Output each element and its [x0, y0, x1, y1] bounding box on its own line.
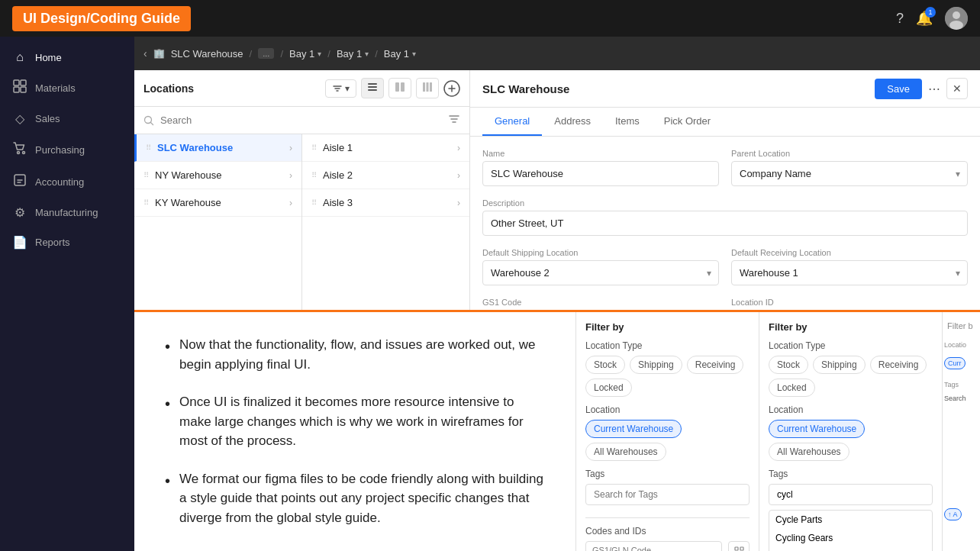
edge-chip-curr[interactable]: Curr	[944, 357, 965, 369]
sidebar-item-reports[interactable]: 📄 Reports	[0, 227, 134, 257]
loc-name-aisle3: Aisle 3	[323, 197, 353, 208]
compact-view-button[interactable]	[388, 78, 411, 98]
breadcrumb-bay1-3[interactable]: Bay 1 ▾	[384, 48, 416, 60]
search-bar	[134, 107, 469, 134]
detail-header: SLC Warehouse Save ⋯ ✕	[470, 70, 980, 108]
chip-all-warehouses-2[interactable]: All Warehouses	[769, 443, 849, 461]
receiving-select[interactable]: Warehouse 1	[731, 260, 968, 285]
bullet-text-3: We format our figma files to be code fri…	[179, 469, 545, 528]
sidebar-label-materials: Materials	[35, 82, 76, 94]
code-row-1	[585, 541, 750, 552]
parent-select[interactable]: Company Name	[731, 161, 968, 186]
sidebar-label-sales: Sales	[35, 113, 60, 124]
loc-item-aisle2[interactable]: ⠿ Aisle 2 ›	[302, 162, 469, 189]
loc-chevron: ›	[457, 143, 460, 153]
filter-panel-1-title: Filter by	[585, 321, 750, 333]
chip-current-warehouse-1[interactable]: Current Warehouse	[585, 420, 682, 438]
tab-items[interactable]: Items	[603, 108, 652, 136]
drag-handle[interactable]: ⠿	[311, 143, 317, 152]
tab-general[interactable]: General	[482, 108, 542, 136]
gs1-input-1[interactable]	[585, 541, 722, 552]
breadcrumb-slc-warehouse[interactable]: SLC Warehouse	[171, 48, 243, 60]
tag-cycling-gears[interactable]: Cycling Gears	[769, 529, 932, 547]
edge-dir-asc[interactable]: ↑ A	[944, 508, 962, 520]
loc-item-ny[interactable]: ⠿ NY Warehouse ›	[134, 162, 301, 189]
grid-view-button[interactable]	[416, 78, 439, 98]
chip-stock-1[interactable]: Stock	[585, 356, 625, 374]
filter-icon[interactable]	[448, 113, 460, 127]
chip-current-warehouse-2[interactable]: Current Warehouse	[769, 420, 865, 438]
more-options-button[interactable]: ⋯	[928, 82, 940, 96]
tags-search-1[interactable]	[585, 484, 750, 505]
name-input[interactable]	[482, 161, 719, 186]
sidebar: ⌂ Home Materials ◇ Sales Purchasing	[0, 37, 134, 551]
scan-gs1-button-1[interactable]	[728, 541, 750, 552]
materials-icon	[12, 79, 27, 96]
tags-search-2[interactable]	[769, 484, 933, 505]
app-logo: UI Design/Coding Guide	[12, 6, 191, 31]
parent-label: Parent Location	[731, 149, 968, 158]
loc-item-ky[interactable]: ⠿ KY Warehouse ›	[134, 189, 301, 217]
filter-tags-label-1: Tags	[585, 469, 750, 479]
chip-all-warehouses-1[interactable]: All Warehouses	[585, 443, 666, 461]
save-button[interactable]: Save	[875, 79, 922, 99]
chip-receiving-1[interactable]: Receiving	[687, 356, 744, 374]
sidebar-item-manufacturing[interactable]: ⚙ Manufacturing	[0, 198, 134, 227]
notification-icon[interactable]: 🔔 1	[916, 10, 933, 27]
divider-1	[585, 517, 750, 518]
location-column-2: ⠿ Aisle 1 › ⠿ Aisle 2 ›	[302, 134, 469, 310]
loc-item-slc[interactable]: ⠿ SLC Warehouse ›	[134, 134, 301, 162]
loc-item-aisle1[interactable]: ⠿ Aisle 1 ›	[302, 134, 469, 162]
chip-stock-2[interactable]: Stock	[769, 356, 808, 374]
list-view-button[interactable]	[361, 78, 384, 98]
chip-receiving-2[interactable]: Receiving	[870, 356, 927, 374]
chip-shipping-1[interactable]: Shipping	[630, 356, 682, 374]
home-icon: ⌂	[12, 50, 27, 64]
close-button[interactable]: ✕	[946, 78, 968, 99]
tag-cycle-parts[interactable]: Cycle Parts	[769, 511, 932, 529]
receiving-label: Default Receiving Location	[731, 248, 968, 257]
svg-rect-11	[368, 86, 377, 88]
sidebar-item-accounting[interactable]: Accounting	[0, 166, 134, 198]
shipping-label: Default Shipping Location	[482, 248, 719, 257]
loc-chevron: ›	[457, 170, 460, 181]
svg-rect-4	[21, 80, 26, 85]
sort-button[interactable]: ▾	[325, 79, 356, 98]
breadcrumb-bay1-1[interactable]: Bay 1 ▾	[289, 48, 321, 60]
sidebar-item-purchasing[interactable]: Purchasing	[0, 134, 134, 166]
notification-badge: 1	[925, 7, 936, 18]
drag-handle[interactable]: ⠿	[311, 171, 317, 179]
chip-shipping-2[interactable]: Shipping	[813, 356, 866, 374]
tab-address[interactable]: Address	[542, 108, 603, 136]
tag-bicycles[interactable]: Bicycles	[769, 547, 932, 552]
loc-item-aisle3[interactable]: ⠿ Aisle 3 ›	[302, 189, 469, 217]
svg-rect-5	[14, 87, 19, 92]
detail-actions: Save ⋯ ✕	[875, 78, 968, 99]
breadcrumb-back-button[interactable]: ‹	[143, 47, 147, 60]
filter-panel-2: Filter by Location Type Stock Shipping R…	[759, 312, 942, 552]
filter-codes-label-1: Codes and IDs	[585, 526, 750, 536]
locations-panel: Locations ▾	[134, 70, 470, 310]
breadcrumb-bay1-2[interactable]: Bay 1 ▾	[337, 48, 369, 60]
drag-handle[interactable]: ⠿	[143, 198, 149, 207]
chip-locked-2[interactable]: Locked	[769, 379, 815, 397]
drag-handle[interactable]: ⠿	[143, 171, 149, 179]
sidebar-item-sales[interactable]: ◇ Sales	[0, 104, 134, 134]
sidebar-item-materials[interactable]: Materials	[0, 72, 134, 104]
breadcrumb-slc-label: SLC Warehouse	[171, 48, 243, 60]
avatar[interactable]	[945, 7, 968, 30]
add-location-button[interactable]	[443, 80, 460, 97]
shipping-select[interactable]: Warehouse 2	[482, 260, 719, 285]
breadcrumb-more[interactable]: ...	[258, 48, 274, 59]
form-group-location-id: Location ID	[731, 298, 968, 307]
form-group-parent: Parent Location Company Name ▾	[731, 149, 968, 186]
search-input[interactable]	[160, 114, 442, 126]
loc-name-slc: SLC Warehouse	[157, 142, 233, 153]
sidebar-item-home[interactable]: ⌂ Home	[0, 43, 134, 72]
chip-locked-1[interactable]: Locked	[585, 379, 632, 397]
drag-handle[interactable]: ⠿	[311, 198, 317, 207]
tab-pick-order[interactable]: Pick Order	[652, 108, 723, 136]
help-icon[interactable]: ?	[896, 11, 904, 27]
desc-input[interactable]	[482, 211, 968, 236]
drag-handle[interactable]: ⠿	[146, 143, 151, 152]
